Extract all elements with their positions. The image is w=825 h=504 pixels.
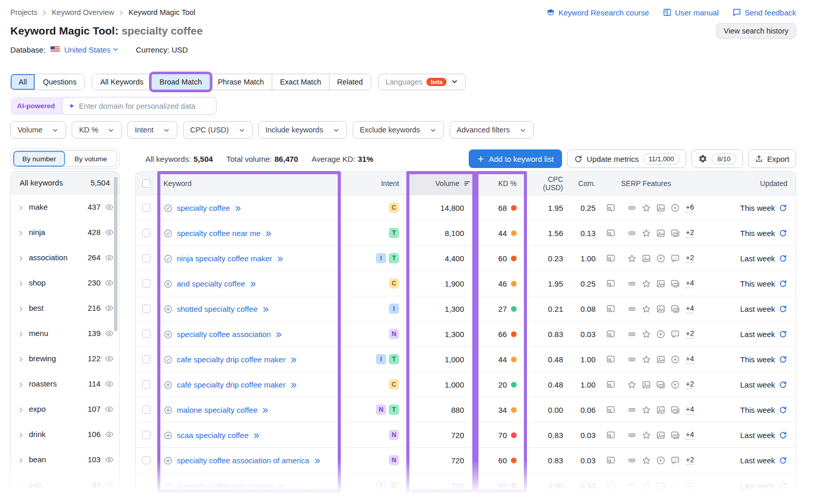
eye-icon[interactable] [105,404,114,414]
sidebar-group-drink[interactable]: drink106 [11,422,119,447]
filter-intent[interactable]: Intent [127,121,177,139]
column-header-intent[interactable]: Intent [341,179,406,188]
sidebar-group-bean[interactable]: bean103 [11,447,119,472]
eye-icon[interactable] [105,354,114,363]
sidebar-group-roasters[interactable]: roasters114 [11,371,119,396]
filter-exclude-keywords[interactable]: Exclude keywords [353,121,444,139]
add-plus-circle-icon[interactable] [163,430,173,440]
column-header-keyword[interactable]: Keyword [157,179,341,188]
add-plus-circle-icon[interactable] [163,278,173,288]
refresh-icon[interactable] [779,355,787,364]
top-link-user-manual[interactable]: User manual [663,8,719,17]
refresh-icon[interactable] [779,380,787,390]
open-keyword-chevrons-icon[interactable] [265,228,272,238]
filter-advanced-filters[interactable]: Advanced filters [450,121,534,139]
sidebar-group-expo[interactable]: expo107 [11,396,119,422]
sidebar-group-best[interactable]: best216 [11,295,119,321]
eye-icon[interactable] [105,429,114,439]
open-keyword-chevrons-icon[interactable] [314,456,321,465]
chevron-right-icon[interactable] [18,480,24,489]
row-checkbox[interactable] [142,431,151,439]
serp-snapshot-icon[interactable] [606,430,616,440]
filter-kd-[interactable]: KD % [72,121,122,139]
sidebar-scrollbar[interactable] [114,177,118,331]
column-header-com-[interactable]: Com. [570,179,599,188]
update-metrics-button[interactable]: Update metrics 11/1,000 [567,149,687,168]
serp-snapshot-icon[interactable] [606,203,616,213]
chevron-right-icon[interactable] [18,354,24,363]
serp-snapshot-icon[interactable] [606,329,616,339]
open-keyword-chevrons-icon[interactable] [249,279,257,288]
sidebar-group-menu[interactable]: menu139 [11,321,119,346]
by-volume-toggle[interactable]: By volume [65,151,117,166]
eye-icon[interactable] [105,303,114,313]
added-check-circle-icon[interactable] [163,253,173,263]
keyword-link[interactable]: scaa specialty coffee [177,431,249,440]
serp-more-link[interactable]: +2 [686,456,694,465]
keyword-link[interactable]: specialty coffee association of america [177,456,309,465]
row-checkbox[interactable] [142,355,151,363]
keyword-link[interactable]: and specialty coffee [177,279,245,288]
tab-related[interactable]: Related [329,74,371,90]
keyword-link[interactable]: cafe specialty drip coffee maker [177,355,286,364]
refresh-icon[interactable] [779,456,787,465]
row-checkbox[interactable] [142,229,151,237]
added-check-circle-icon[interactable] [163,203,173,212]
languages-dropdown[interactable]: Languages beta [378,74,466,90]
refresh-icon[interactable] [779,430,787,440]
filter-volume[interactable]: Volume [10,121,66,139]
sidebar-group-cup[interactable]: cup93 [11,472,119,497]
column-header-kd-[interactable]: KD % [475,179,527,188]
eye-icon[interactable] [105,480,114,490]
column-header-cpc-usd-[interactable]: CPC (USD) [527,175,570,192]
refresh-icon[interactable] [779,203,787,213]
serp-more-link[interactable]: +4 [686,279,694,288]
breadcrumb-item[interactable]: Keyword Overview [52,8,114,16]
refresh-icon[interactable] [779,254,787,263]
chevron-right-icon[interactable] [18,278,24,287]
sidebar-group-brewing[interactable]: brewing122 [11,346,119,371]
refresh-icon[interactable] [779,304,787,314]
chevron-right-icon[interactable] [18,379,24,388]
filter-cpc-usd-[interactable]: CPC (USD) [183,121,253,139]
database-selector[interactable]: United States [64,45,119,54]
serp-more-link[interactable]: +4 [686,405,694,414]
serp-more-link[interactable]: +6 [686,203,694,212]
keyword-link[interactable]: malone specialty coffee [177,406,257,414]
sidebar-group-association[interactable]: association264 [11,245,119,270]
open-keyword-chevrons-icon[interactable] [276,254,284,263]
serp-snapshot-icon[interactable] [606,405,616,415]
keyword-link[interactable]: specialty coffee association [177,330,271,339]
tab-all-keywords[interactable]: All Keywords [92,74,152,90]
settings-button[interactable]: 8/10 [691,149,742,168]
row-checkbox[interactable] [142,254,151,262]
keyword-link[interactable]: specialty coffee [177,204,230,212]
top-link-send-feedback[interactable]: Send feedback [732,8,796,17]
open-keyword-chevrons-icon[interactable] [262,304,270,313]
keyword-link[interactable]: specialty coffee near me [177,229,260,238]
chevron-right-icon[interactable] [18,253,24,262]
open-keyword-chevrons-icon[interactable] [277,481,285,490]
refresh-icon[interactable] [779,228,787,238]
row-checkbox[interactable] [142,481,151,490]
chevron-right-icon[interactable] [18,203,24,211]
serp-more-link[interactable]: +4 [686,304,694,313]
add-plus-circle-icon[interactable] [163,304,173,313]
add-plus-circle-icon[interactable] [163,480,173,490]
row-checkbox[interactable] [142,380,151,389]
serp-snapshot-icon[interactable] [606,304,616,314]
refresh-icon[interactable] [779,405,787,415]
eye-icon[interactable] [105,455,114,464]
refresh-icon[interactable] [779,481,787,491]
row-checkbox[interactable] [142,305,151,313]
sidebar-group-ninja[interactable]: ninja428 [11,220,119,245]
tab-questions[interactable]: Questions [35,74,84,90]
add-plus-circle-icon[interactable] [163,405,173,414]
view-search-history-button[interactable]: View search history [716,23,796,39]
serp-snapshot-icon[interactable] [606,379,616,390]
serp-snapshot-icon[interactable] [606,253,616,263]
by-number-toggle[interactable]: By number [13,151,65,166]
add-plus-circle-icon[interactable] [163,455,173,465]
eye-icon[interactable] [105,202,114,212]
chevron-right-icon[interactable] [18,304,24,312]
